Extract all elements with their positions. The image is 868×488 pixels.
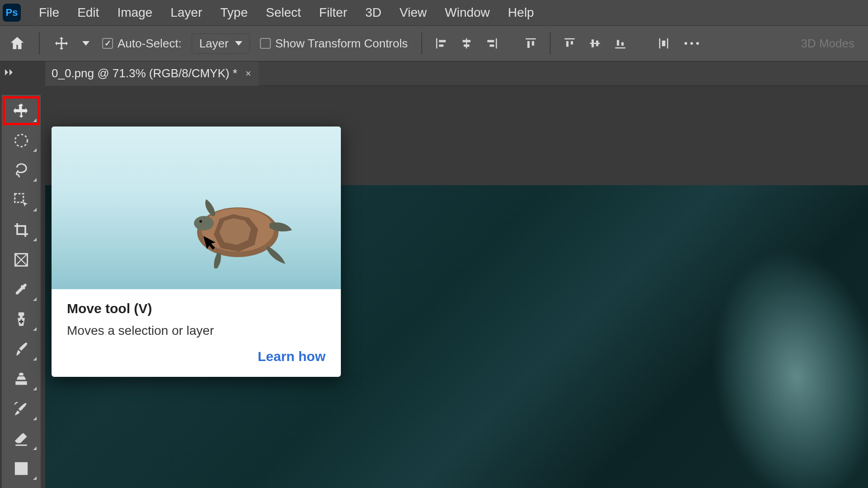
tool-flyout-indicator xyxy=(33,178,37,182)
auto-select-label: Auto-Select: xyxy=(118,37,182,51)
menu-type[interactable]: Type xyxy=(211,0,257,25)
quick-selection-tool[interactable] xyxy=(4,187,38,213)
document-tab-title: 0_0.png @ 71.3% (RGB/8/CMYK) * xyxy=(52,66,237,80)
svg-rect-7 xyxy=(20,316,23,318)
distribute-vertical-centers-button[interactable] xyxy=(585,33,605,53)
tool-flyout-indicator xyxy=(33,208,37,211)
tool-preset-dropdown[interactable] xyxy=(80,31,92,56)
lasso-tool[interactable] xyxy=(4,157,38,183)
tool-flyout-indicator xyxy=(33,118,37,122)
tool-flyout-indicator xyxy=(33,297,37,301)
auto-select-target-value: Layer xyxy=(199,37,229,51)
menu-view[interactable]: View xyxy=(391,0,436,25)
tool-flyout-indicator xyxy=(33,446,37,450)
tool-tooltip: Move tool (V) Moves a selection or layer… xyxy=(52,127,341,377)
menu-file[interactable]: File xyxy=(30,0,68,25)
svg-rect-6 xyxy=(19,312,24,316)
tool-palette xyxy=(2,95,41,488)
svg-point-2 xyxy=(696,42,699,45)
tool-flyout-indicator xyxy=(33,476,37,480)
distribute-top-button[interactable] xyxy=(560,33,580,53)
frame-tool[interactable] xyxy=(4,247,38,273)
crop-tool[interactable] xyxy=(4,217,38,243)
tool-flyout-indicator xyxy=(33,387,37,390)
tool-flyout-indicator xyxy=(33,148,37,152)
image-content xyxy=(639,238,868,488)
3d-modes-label: 3D Modes xyxy=(801,37,864,51)
svg-rect-8 xyxy=(15,463,27,474)
svg-point-3 xyxy=(15,135,28,147)
tooltip-preview-image xyxy=(52,127,341,289)
distribute-bottom-button[interactable] xyxy=(610,33,630,53)
tooltip-title: Move tool (V) xyxy=(67,301,326,316)
more-options-button[interactable] xyxy=(679,33,704,53)
menu-layer[interactable]: Layer xyxy=(161,0,211,25)
svg-rect-4 xyxy=(15,194,24,202)
marquee-tool[interactable] xyxy=(4,127,38,154)
move-tool[interactable] xyxy=(4,98,38,124)
expand-toolbar-button[interactable] xyxy=(4,67,16,78)
tooltip-body: Move tool (V) Moves a selection or layer… xyxy=(52,289,341,377)
clone-stamp-tool[interactable] xyxy=(4,366,38,392)
menu-bar: Ps File Edit Image Layer Type Select Fil… xyxy=(0,0,868,25)
tool-flyout-indicator xyxy=(33,417,37,420)
tooltip-description: Moves a selection or layer xyxy=(67,324,326,338)
photoshop-logo-icon: Ps xyxy=(3,4,21,22)
gradient-tool[interactable] xyxy=(4,455,38,482)
auto-select-target-dropdown[interactable]: Layer xyxy=(192,33,250,54)
show-transform-label: Show Transform Controls xyxy=(275,37,408,51)
tool-preset-button[interactable] xyxy=(49,31,74,56)
eraser-tool[interactable] xyxy=(4,426,38,452)
divider xyxy=(39,33,40,54)
auto-select-option: Auto-Select: xyxy=(98,37,186,51)
distribute-horizontal-button[interactable] xyxy=(654,33,674,53)
svg-point-1 xyxy=(690,42,693,45)
brush-tool[interactable] xyxy=(4,336,38,362)
divider xyxy=(421,33,422,54)
home-button[interactable] xyxy=(5,31,30,56)
history-brush-tool[interactable] xyxy=(4,396,38,422)
options-bar: Auto-Select: Layer Show Transform Contro… xyxy=(0,25,868,61)
eyedropper-tool[interactable] xyxy=(4,277,38,303)
menu-3d[interactable]: 3D xyxy=(356,0,391,25)
document-tab-bar: 0_0.png @ 71.3% (RGB/8/CMYK) * × xyxy=(45,61,868,86)
divider xyxy=(550,33,551,54)
show-transform-checkbox[interactable] xyxy=(260,38,271,49)
menu-image[interactable]: Image xyxy=(108,0,161,25)
align-horizontal-centers-button[interactable] xyxy=(457,33,476,53)
show-transform-option: Show Transform Controls xyxy=(255,37,412,51)
auto-select-checkbox[interactable] xyxy=(102,38,113,49)
tool-flyout-indicator xyxy=(33,238,37,241)
menu-select[interactable]: Select xyxy=(257,0,310,25)
svg-point-12 xyxy=(194,216,214,230)
menu-window[interactable]: Window xyxy=(436,0,499,25)
menu-edit[interactable]: Edit xyxy=(68,0,108,25)
align-top-edges-button[interactable] xyxy=(521,33,541,53)
healing-brush-tool[interactable] xyxy=(4,306,38,333)
document-tab[interactable]: 0_0.png @ 71.3% (RGB/8/CMYK) * × xyxy=(45,61,259,86)
tooltip-learn-link[interactable]: Learn how xyxy=(67,349,326,364)
close-tab-button[interactable]: × xyxy=(245,68,252,80)
tool-flyout-indicator xyxy=(33,327,37,331)
align-right-edges-button[interactable] xyxy=(482,33,502,53)
menu-help[interactable]: Help xyxy=(499,0,543,25)
turtle-illustration xyxy=(179,192,297,268)
svg-point-0 xyxy=(684,42,687,45)
svg-point-13 xyxy=(199,220,202,223)
tool-flyout-indicator xyxy=(33,357,37,361)
menu-filter[interactable]: Filter xyxy=(310,0,356,25)
align-left-edges-button[interactable] xyxy=(431,33,451,53)
